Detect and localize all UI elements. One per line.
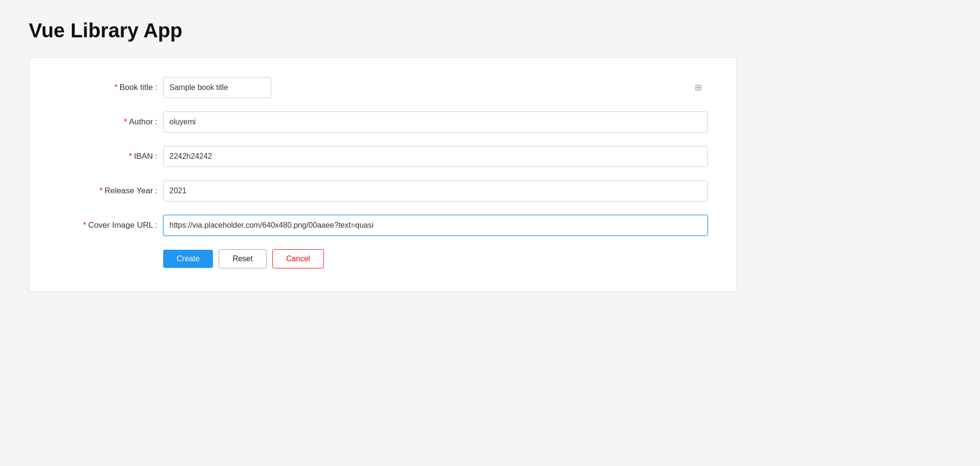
book-title-row: * Book title : ⊞: [58, 77, 708, 98]
buttons-row: Create Reset Cancel: [163, 249, 708, 268]
iban-input[interactable]: [163, 146, 708, 167]
cover-image-url-input[interactable]: [163, 215, 708, 236]
author-required-star: *: [124, 117, 127, 127]
book-title-label: * Book title :: [58, 83, 163, 92]
book-title-required-star: *: [114, 83, 118, 92]
book-title-input[interactable]: [163, 77, 271, 98]
author-label: * Author :: [58, 117, 163, 127]
iban-required-star: *: [129, 152, 132, 161]
author-input[interactable]: [163, 111, 708, 133]
book-title-input-wrapper: ⊞: [163, 77, 708, 98]
create-button[interactable]: Create: [163, 250, 213, 268]
release-year-required-star: *: [100, 186, 103, 196]
list-icon: ⊞: [695, 82, 702, 93]
cover-image-required-star: *: [83, 221, 87, 230]
author-row: * Author :: [58, 111, 708, 133]
reset-button[interactable]: Reset: [219, 249, 267, 268]
form-card: * Book title : ⊞ * Author : * IBAN : * R…: [29, 57, 737, 292]
release-year-label: * Release Year :: [58, 186, 163, 196]
app-title: Vue Library App: [29, 19, 951, 42]
iban-row: * IBAN :: [58, 146, 708, 167]
release-year-input[interactable]: [163, 180, 708, 201]
iban-label: * IBAN :: [58, 152, 163, 161]
cover-image-url-label: * Cover Image URL :: [58, 221, 163, 230]
cover-image-url-row: * Cover Image URL :: [58, 215, 708, 236]
release-year-row: * Release Year :: [58, 180, 708, 201]
cancel-button[interactable]: Cancel: [272, 249, 324, 268]
